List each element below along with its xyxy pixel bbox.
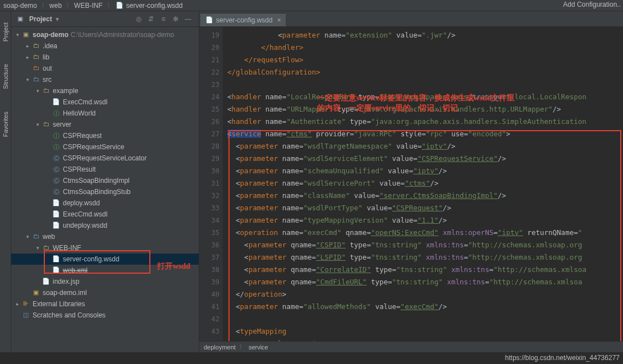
crumb[interactable]: web xyxy=(49,2,62,10)
tree-file[interactable]: 📄deploy.wsdd xyxy=(11,197,199,209)
editor-tabs: 📄 server-config.wsdd × xyxy=(199,11,623,27)
tab-favorites[interactable]: Favorites xyxy=(2,112,9,137)
editor-body[interactable]: 1920212223242526272829303132333435363738… xyxy=(199,27,623,341)
crumb[interactable]: soap-demo xyxy=(3,2,37,10)
tree-file[interactable]: ⒸCtmsSoapBindingStub xyxy=(11,186,199,197)
tree-scratches[interactable]: ◫Scratches and Consoles xyxy=(11,310,199,321)
file-icon: 📄 xyxy=(115,2,124,10)
tab-structure[interactable]: Structure xyxy=(2,64,9,89)
annotation-text-code: 一定要注意service标签里的内容，换成你生成wsdd文件里的内容，一定要se… xyxy=(317,93,515,113)
tree-folder[interactable]: ▾🗀example xyxy=(11,85,199,96)
navigation-breadcrumb: soap-demo〉 web〉 WEB-INF〉 📄server-config.… xyxy=(0,0,623,11)
tree-file[interactable]: 📄ExecCmd.wsdl xyxy=(11,96,199,108)
tool-window-tabs: Project Structure Favorites xyxy=(0,11,11,352)
tree-folder[interactable]: 🗀out xyxy=(11,63,199,74)
chevron-right-icon: 〉 xyxy=(107,2,113,10)
project-panel: ▣ Project ▾ ◎ ⇵ ≡ ✻ — ▾▣soap-demoC:\User… xyxy=(11,11,199,352)
target-icon[interactable]: ◎ xyxy=(134,14,144,24)
tree-file[interactable]: 📄undeploy.wsdd xyxy=(11,220,199,231)
editor-area: 📄 server-config.wsdd × 19202122232425262… xyxy=(199,11,623,352)
tree-folder[interactable]: ▾🗀WEB-INF xyxy=(11,242,199,254)
tree-file[interactable]: ▣soap-demo.iml xyxy=(11,287,199,298)
gear-icon[interactable]: ✻ xyxy=(171,14,181,24)
tree-folder[interactable]: ▾🗀web xyxy=(11,231,199,242)
tree-file[interactable]: ⒾCSPRequest xyxy=(11,130,199,141)
collapse-icon[interactable]: ≡ xyxy=(158,14,168,24)
tree-file[interactable]: ⒸCtmsSoapBindingImpl xyxy=(11,175,199,186)
tree-external-libs[interactable]: ▸⊪External Libraries xyxy=(11,298,199,310)
chevron-right-icon: 〉 xyxy=(42,2,47,10)
status-crumb: deployment 〉 service xyxy=(199,341,623,352)
project-icon: ▣ xyxy=(16,15,25,23)
tree-root[interactable]: ▾▣soap-demoC:\Users\Administrator\soap-d… xyxy=(11,29,199,40)
annotation-text: 打开wsdd xyxy=(157,261,190,271)
add-configuration-button[interactable]: Add Configuration.. xyxy=(563,1,621,8)
chevron-down-icon[interactable]: ▾ xyxy=(56,15,59,23)
tree-folder[interactable]: ▸🗀lib xyxy=(11,52,199,63)
tree-file[interactable]: 📄ExecCmd.wsdl xyxy=(11,209,199,220)
file-icon: 📄 xyxy=(205,16,214,24)
tree-folder[interactable]: ▾🗀server xyxy=(11,119,199,130)
tree-file[interactable]: ⒸCSPResult xyxy=(11,164,199,175)
chevron-right-icon: 〉 xyxy=(239,343,245,351)
tree-file[interactable]: 📄index.jsp xyxy=(11,276,199,287)
tab-label: server-config.wsdd xyxy=(216,16,273,24)
tab-project[interactable]: Project xyxy=(2,22,9,42)
panel-title: Project xyxy=(29,15,52,23)
tree-folder[interactable]: ▾🗀src xyxy=(11,74,199,85)
watermark: https://blog.csdn.net/weixin_44736277 xyxy=(505,354,620,362)
gutter: 1920212223242526272829303132333435363738… xyxy=(199,27,223,341)
chevron-right-icon: 〉 xyxy=(66,2,72,10)
editor-tab[interactable]: 📄 server-config.wsdd × xyxy=(200,13,286,26)
project-tree[interactable]: ▾▣soap-demoC:\Users\Administrator\soap-d… xyxy=(11,27,199,352)
expand-icon[interactable]: ⇵ xyxy=(146,14,156,24)
project-panel-header: ▣ Project ▾ ◎ ⇵ ≡ ✻ — xyxy=(11,11,199,27)
crumb[interactable]: server-config.wsdd xyxy=(126,2,183,10)
tree-file[interactable]: ⒾHelloWorld xyxy=(11,108,199,119)
tree-folder[interactable]: ▸🗀.idea xyxy=(11,40,199,52)
code-content[interactable]: <parameter name="extension" value=".jwr"… xyxy=(223,27,623,341)
tree-file[interactable]: ⒾCSPRequestService xyxy=(11,141,199,153)
crumb[interactable]: deployment xyxy=(204,344,236,351)
hide-icon[interactable]: — xyxy=(183,14,193,24)
crumb[interactable]: service xyxy=(249,344,268,351)
close-icon[interactable]: × xyxy=(277,16,281,24)
tree-file[interactable]: ⒸCSPRequestServiceLocator xyxy=(11,153,199,164)
crumb[interactable]: WEB-INF xyxy=(74,2,103,10)
